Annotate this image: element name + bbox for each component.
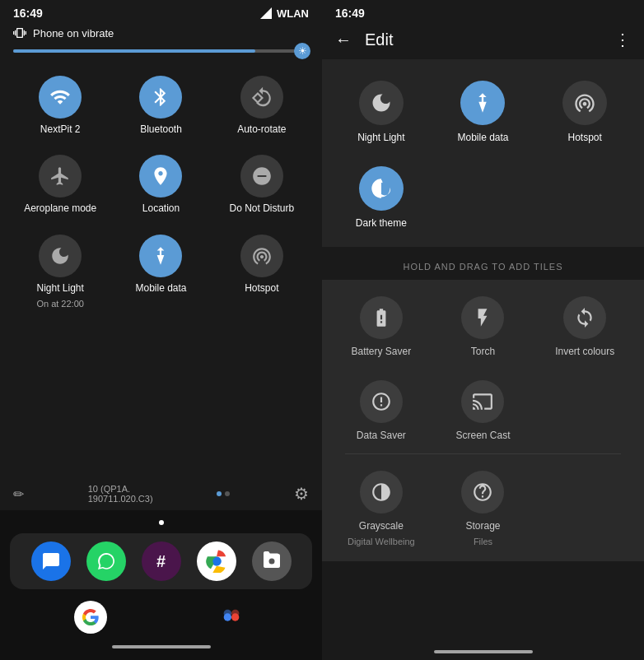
add-tile-icon-batterysaver — [360, 296, 403, 339]
bottom-row — [0, 594, 322, 640]
tile-nextpit2[interactable]: NextPit 2 — [10, 66, 110, 145]
right-panel: 16:49 ← Edit ⋮ Night Light — [322, 0, 644, 660]
more-button[interactable]: ⋮ — [614, 30, 631, 49]
tiles-grid: NextPit 2 Bluetooth Auto-rotate — [0, 63, 322, 322]
tile-autorotate[interactable]: Auto-rotate — [212, 66, 312, 145]
page-dots — [217, 491, 230, 496]
hold-drag-section: HOLD AND DRAG TO ADD TILES — [322, 247, 644, 280]
tile-label-aeroplane: Aeroplane mode — [24, 202, 96, 214]
app-camera[interactable] — [252, 541, 292, 581]
hold-drag-label: HOLD AND DRAG TO ADD TILES — [403, 262, 562, 272]
tile-icon-aeroplane — [39, 155, 82, 198]
app-chrome[interactable] — [197, 541, 236, 581]
current-tiles-grid: Night Light Mobile data Hotspot — [332, 69, 634, 237]
tile-bluetooth[interactable]: Bluetooth — [110, 66, 211, 145]
edit-tile-label-mobiledata: Mobile data — [457, 132, 508, 143]
home-screen: # — [0, 510, 322, 660]
add-tile-torch[interactable]: Torch — [434, 286, 533, 367]
add-tile-icon-torch — [461, 296, 504, 339]
edit-tile-icon-mobiledata — [460, 81, 505, 125]
back-button[interactable]: ← — [335, 30, 352, 49]
tile-icon-nextpit2 — [39, 76, 82, 119]
tile-label-nextpit2: NextPit 2 — [40, 123, 81, 135]
left-time: 16:49 — [13, 7, 43, 20]
google-assistant-icon[interactable] — [215, 601, 248, 634]
brightness-row[interactable] — [0, 46, 322, 63]
add-tile-icon-datasaver — [360, 380, 403, 423]
left-status-bar: 16:49 WLAN — [0, 0, 322, 23]
edit-icon[interactable]: ✏ — [13, 486, 24, 502]
page-indicator — [0, 517, 322, 528]
add-tile-grayscale[interactable]: Grayscale Digital Wellbeing — [332, 461, 431, 555]
add-tile-icon-storage — [461, 471, 504, 514]
add-tile-batterysaver[interactable]: Battery Saver — [332, 286, 431, 367]
google-icon[interactable] — [74, 601, 107, 634]
add-tiles-grid: Battery Saver Torch Invert colours — [332, 286, 634, 450]
right-time: 16:49 — [335, 7, 365, 20]
add-tile-label-grayscale: Grayscale — [359, 520, 404, 533]
edit-tile-icon-nightlight — [359, 81, 404, 125]
page-dot-1 — [217, 491, 222, 496]
home-page-dot — [159, 520, 164, 525]
tile-label-bluetooth: Bluetooth — [140, 123, 182, 135]
left-status-right: WLAN — [260, 7, 309, 20]
edit-header: ← Edit ⋮ — [322, 23, 644, 59]
tile-aeroplane[interactable]: Aeroplane mode — [10, 145, 110, 224]
tile-icon-nightlight — [39, 235, 82, 277]
settings-icon[interactable]: ⚙ — [294, 484, 309, 504]
right-nav-hint — [322, 644, 644, 660]
app-slack[interactable]: # — [142, 541, 181, 581]
edit-tile-nightlight[interactable]: Night Light — [332, 69, 431, 151]
tile-location[interactable]: Location — [110, 145, 211, 224]
build-info: 10 (QP1A. 190711.020.C3) — [88, 484, 153, 504]
add-tile-label-screencast: Screen Cast — [455, 430, 510, 443]
add-tiles-grid-2: Grayscale Digital Wellbeing Storage File… — [332, 458, 634, 555]
nav-bar-line — [112, 645, 211, 648]
nav-hint — [0, 640, 322, 653]
brightness-slider[interactable] — [13, 49, 309, 53]
tile-label-nightlight: Night Light — [36, 282, 83, 294]
add-tile-label-batterysaver: Battery Saver — [351, 346, 411, 359]
add-tile-storage[interactable]: Storage Files — [434, 461, 533, 555]
current-tiles-section: Night Light Mobile data Hotspot — [322, 59, 644, 247]
edit-tile-label-hotspot: Hotspot — [567, 132, 601, 143]
edit-tile-mobiledata[interactable]: Mobile data — [434, 69, 533, 151]
add-tile-icon-grayscale — [360, 471, 403, 514]
tile-icon-dnd — [240, 155, 283, 198]
tile-mobiledata[interactable]: Mobile data — [110, 225, 211, 318]
tile-icon-location — [139, 155, 182, 198]
app-messages[interactable] — [31, 541, 71, 581]
edit-tile-label-nightlight: Night Light — [357, 132, 404, 143]
brightness-thumb — [294, 43, 310, 59]
add-tile-datasaver[interactable]: Data Saver — [332, 370, 431, 451]
tile-icon-bluetooth — [139, 76, 182, 119]
app-whatsapp[interactable] — [86, 541, 126, 581]
edit-tile-darktheme[interactable]: Dark theme — [332, 155, 431, 237]
edit-tile-icon-darktheme — [359, 166, 404, 211]
vibrate-label: Phone on vibrate — [33, 27, 114, 40]
edit-tile-hotspot[interactable]: Hotspot — [535, 69, 634, 151]
tile-sublabel-nightlight: On at 22:00 — [36, 299, 84, 309]
tile-donotdisturb[interactable]: Do Not Disturb — [212, 145, 312, 224]
tile-label-hotspot: Hotspot — [245, 282, 278, 294]
tile-nightlight[interactable]: Night Light On at 22:00 — [10, 225, 110, 318]
tile-label-autorotate: Auto-rotate — [237, 123, 286, 135]
left-panel: 16:49 WLAN Phone on vibrate — [0, 0, 322, 660]
add-tile-icon-screencast — [461, 380, 504, 423]
page-dot-2 — [225, 491, 230, 496]
edit-title: Edit — [365, 30, 614, 49]
wifi-label: WLAN — [277, 7, 309, 20]
vibrate-row: Phone on vibrate — [0, 23, 322, 46]
add-tile-screencast[interactable]: Screen Cast — [434, 370, 533, 451]
add-tile-invertcolours[interactable]: Invert colours — [535, 286, 634, 367]
section-divider — [345, 453, 621, 454]
tile-label-location: Location — [142, 202, 180, 214]
add-tile-label-storage: Storage — [465, 520, 500, 533]
tile-hotspot[interactable]: Hotspot — [212, 225, 312, 318]
add-tile-label-torch: Torch — [471, 346, 495, 359]
right-status-bar: 16:49 — [322, 0, 644, 23]
add-tile-label-invertcolours: Invert colours — [555, 346, 614, 359]
tile-icon-autorotate — [240, 76, 283, 119]
add-tile-sublabel-storage: Files — [474, 537, 492, 546]
tile-label-mobiledata: Mobile data — [135, 282, 186, 294]
